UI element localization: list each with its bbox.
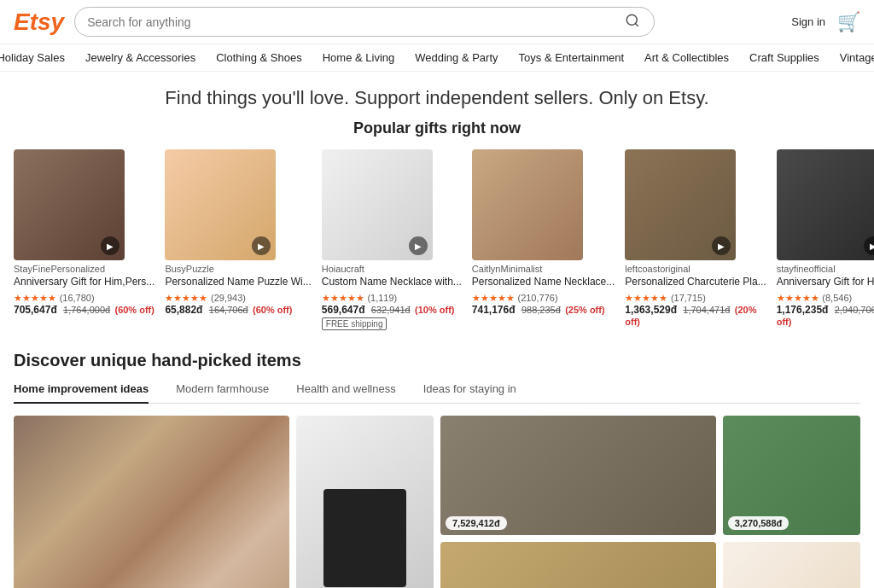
star-rating: ★★★★★	[472, 293, 515, 303]
price-row: 569,647đ 632,941đ (10% off)	[322, 304, 462, 316]
star-rating: ★★★★★	[165, 293, 207, 303]
search-button[interactable]	[623, 13, 642, 31]
star-rating: ★★★★★	[625, 293, 667, 303]
popular-section-title: Popular gifts right now	[14, 119, 860, 137]
product-title: Custom Name Necklace with...	[322, 276, 462, 289]
nav-item-holiday[interactable]: Holiday Sales	[0, 51, 65, 64]
shop-name: StayFinePersonalized	[14, 264, 154, 274]
product-info: stayfineofficial Anniversary Gift for Hi…	[777, 260, 874, 331]
original-price: 2,940,706đ	[835, 305, 874, 315]
rating-row: ★★★★★ (16,780)	[14, 291, 154, 304]
main-nav: Holiday Sales Jewelry & Accessories Clot…	[0, 44, 874, 72]
original-price: 988,235đ	[521, 305, 561, 315]
product-card[interactable]: ▶ BusyPuzzle Personalized Name Puzzle Wi…	[165, 149, 311, 334]
product-card[interactable]: ▶ stayfineofficial Anniversary Gift for …	[777, 149, 874, 334]
product-info: BusyPuzzle Personalized Name Puzzle Wi..…	[165, 260, 311, 319]
nav-item-craft[interactable]: Craft Supplies	[749, 51, 819, 64]
play-button[interactable]: ▶	[712, 236, 731, 255]
discover-item-gold-sconce[interactable]: 1,129,412đ	[723, 542, 860, 588]
rating-row: ★★★★★ (1,119)	[322, 291, 462, 304]
product-title: Personalized Charcuterie Pla...	[625, 276, 766, 289]
search-input[interactable]	[87, 15, 623, 29]
original-price: 164,706đ	[209, 305, 248, 315]
discover-item-person[interactable]: 3,270,588đ	[723, 416, 860, 535]
play-button[interactable]: ▶	[864, 236, 874, 255]
product-title: Anniversary Gift for Him,Pers...	[14, 276, 154, 289]
shop-name: CaitlynMinimalist	[472, 264, 615, 274]
current-price: 1,363,529đ	[625, 304, 677, 316]
nav-item-vintage[interactable]: Vintage	[840, 51, 874, 64]
current-price: 569,647đ	[322, 304, 365, 316]
discover-item-chandelier[interactable]: 🚚 10,941,176đ	[440, 542, 716, 588]
product-image: ▶	[777, 149, 874, 260]
price-tag: 3,270,588đ	[728, 516, 790, 530]
price-tag: 7,529,412đ	[446, 516, 507, 530]
review-count: (1,119)	[367, 293, 397, 303]
search-bar	[74, 7, 655, 37]
nav-item-home[interactable]: Home & Living	[323, 51, 395, 64]
popular-product-grid: ▶ StayFinePersonalized Anniversary Gift …	[14, 149, 860, 334]
header: Etsy Sign in 🛒	[0, 0, 874, 44]
star-rating: ★★★★★	[777, 293, 819, 303]
product-title: Personalized Name Puzzle Wi...	[165, 276, 311, 289]
price-row: 705,647đ 1,764,000đ (60% off)	[14, 304, 154, 316]
discover-item-ceiling-pendant[interactable]: 7,529,412đ	[440, 416, 716, 535]
shop-name: Hoiaucraft	[322, 264, 462, 274]
product-card[interactable]: ▶ StayFinePersonalized Anniversary Gift …	[14, 149, 154, 334]
rating-row: ★★★★★ (17,715)	[625, 291, 766, 304]
product-info: leftcoastoriginal Personalized Charcuter…	[625, 260, 766, 331]
product-info: StayFinePersonalized Anniversary Gift fo…	[14, 260, 154, 319]
discover-section-title: Discover unique hand-picked items	[14, 351, 860, 370]
discount-label: (60% off)	[114, 305, 154, 315]
product-title: Personalized Name Necklace...	[472, 276, 615, 289]
product-card[interactable]: CaitlynMinimalist Personalized Name Neck…	[472, 149, 615, 334]
shop-name: BusyPuzzle	[165, 264, 311, 274]
product-card[interactable]: ▶ Hoiaucraft Custom Name Necklace with..…	[322, 149, 462, 334]
discount-label: (10% off)	[415, 305, 454, 315]
discover-tab[interactable]: Modern farmhouse	[176, 382, 269, 403]
original-price: 1,704,471đ	[683, 305, 730, 315]
original-price: 632,941đ	[371, 305, 411, 315]
shop-name: stayfineofficial	[777, 264, 874, 274]
popular-gifts-section: Popular gifts right now ▶ StayFinePerson…	[0, 119, 874, 351]
review-count: (29,943)	[211, 293, 246, 303]
nav-item-toys[interactable]: Toys & Entertainment	[519, 51, 625, 64]
nav-item-art[interactable]: Art & Collectibles	[644, 51, 729, 64]
play-button[interactable]: ▶	[101, 236, 119, 255]
current-price: 65,882đ	[165, 304, 202, 316]
review-count: (8,546)	[822, 293, 852, 303]
price-row: 1,176,235đ 2,940,706đ (60% off)	[777, 304, 874, 328]
sign-in-button[interactable]: Sign in	[791, 15, 825, 28]
discover-tab[interactable]: Ideas for staying in	[423, 382, 516, 403]
discount-label: (25% off)	[565, 305, 604, 315]
discover-item-leather-pulls[interactable]: 135,765đ (20% off)	[14, 416, 289, 588]
price-row: 1,363,529đ 1,704,471đ (20% off)	[625, 304, 766, 328]
product-image: ▶	[14, 149, 125, 260]
product-image	[472, 149, 583, 260]
nav-item-wedding[interactable]: Wedding & Party	[415, 51, 498, 64]
star-rating: ★★★★★	[14, 293, 56, 303]
discover-tab[interactable]: Home improvement ideas	[14, 382, 149, 404]
header-actions: Sign in 🛒	[791, 11, 860, 33]
logo[interactable]: Etsy	[14, 9, 64, 36]
rating-row: ★★★★★ (8,546)	[777, 291, 874, 304]
product-image: ▶	[322, 149, 433, 260]
svg-line-1	[636, 23, 638, 26]
nav-item-clothing[interactable]: Clothing & Shoes	[216, 51, 301, 64]
rating-row: ★★★★★ (29,943)	[165, 291, 311, 304]
play-button[interactable]: ▶	[409, 236, 428, 255]
cart-icon[interactable]: 🛒	[837, 11, 860, 33]
discover-section: Discover unique hand-picked items Home i…	[0, 351, 874, 588]
discover-grid: 135,765đ (20% off) 7,529,412đ 3,576,471đ…	[14, 416, 860, 588]
discount-label: (60% off)	[253, 305, 292, 315]
price-row: 741,176đ 988,235đ (25% off)	[472, 304, 615, 316]
product-card[interactable]: ▶ leftcoastoriginal Personalized Charcut…	[625, 149, 766, 334]
current-price: 705,647đ	[14, 304, 57, 316]
discover-tab[interactable]: Health and wellness	[296, 382, 395, 403]
nav-item-jewelry[interactable]: Jewelry & Accessories	[85, 51, 195, 64]
price-row: 65,882đ 164,706đ (60% off)	[165, 304, 311, 316]
product-title: Anniversary Gift for Him,Woo...	[777, 276, 874, 289]
discover-item-wall-sconce[interactable]: 3,576,471đ	[296, 416, 434, 588]
play-button[interactable]: ▶	[252, 236, 271, 255]
discover-tabs: Home improvement ideasModern farmhouseHe…	[14, 382, 860, 404]
